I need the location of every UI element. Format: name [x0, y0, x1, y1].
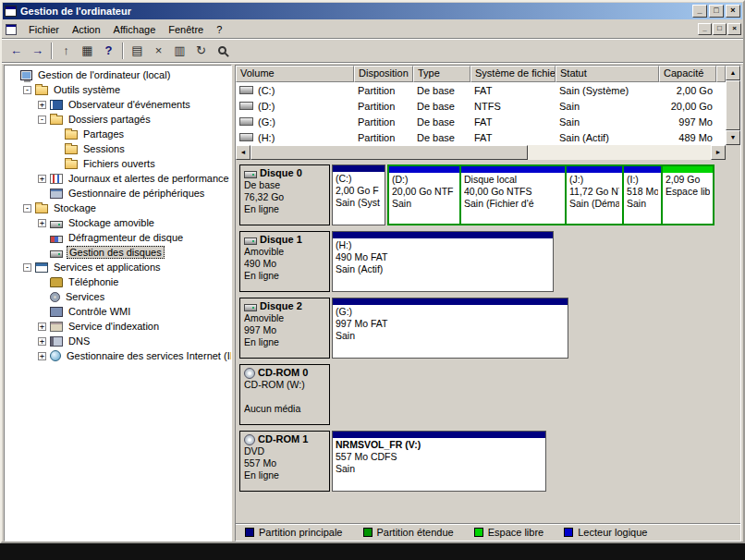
export-list-icon[interactable]: ▤: [127, 41, 148, 61]
volume-name: (G:): [258, 116, 275, 128]
disk-0-info[interactable]: Disque 0 De base 76,32 Go En ligne: [239, 164, 330, 225]
column-header-type[interactable]: Type: [413, 66, 470, 82]
column-header-capacity[interactable]: Capacité: [659, 66, 716, 82]
vertical-scroll-thumb[interactable]: [726, 80, 740, 130]
partition-d[interactable]: (D:) 20,00 Go NTF Sain: [389, 166, 459, 224]
horizontal-scrollbar[interactable]: ◄ ►: [236, 145, 740, 160]
expander-icon[interactable]: -: [23, 86, 31, 94]
menu-fenetre[interactable]: Fenêtre: [162, 22, 210, 37]
tree-item-partages[interactable]: Partages: [5, 127, 231, 141]
partition-h[interactable]: (H:) 490 Mo FAT Sain (Actif): [332, 231, 554, 292]
up-one-level-icon[interactable]: ↑: [55, 41, 77, 61]
partition-g[interactable]: (G:) 997 Mo FAT Sain: [332, 298, 568, 359]
tree-item-label: Service d'indexation: [67, 321, 161, 332]
tree-item-gestionnaire-peripheriques[interactable]: Gestionnaire de périphériques: [5, 186, 231, 201]
legend-label: Lecteur logique: [578, 527, 647, 538]
expander-icon[interactable]: +: [38, 352, 46, 360]
mdi-restore-button[interactable]: □: [713, 23, 727, 35]
scroll-left-icon[interactable]: ◄: [236, 145, 250, 160]
tree-item-defragmenteur[interactable]: Défragmenteur de disque: [5, 230, 231, 245]
scroll-up-icon[interactable]: ▲: [726, 66, 740, 80]
menu-affichage[interactable]: Affichage: [107, 22, 163, 37]
help-icon[interactable]: ?: [98, 41, 119, 61]
expander-icon[interactable]: +: [38, 101, 46, 109]
menu-action[interactable]: Action: [66, 22, 107, 37]
scroll-right-icon[interactable]: ►: [711, 145, 726, 160]
expander-icon[interactable]: -: [38, 116, 46, 124]
show-hide-tree-icon[interactable]: ▦: [77, 41, 98, 61]
properties-icon[interactable]: ▥: [169, 41, 190, 61]
volume-row-g[interactable]: (G:) Partition De base FAT Sain 997 Mo: [236, 114, 726, 129]
disk-1-info[interactable]: Disque 1 Amovible 490 Mo En ligne: [239, 231, 330, 292]
menu-aide[interactable]: ?: [210, 22, 228, 37]
disk-2-info[interactable]: Disque 2 Amovible 997 Mo En ligne: [239, 298, 330, 359]
free-space-segment[interactable]: 2,09 Go Espace lib: [663, 166, 713, 224]
tree-item-service-indexation[interactable]: +Service d'indexation: [5, 319, 231, 334]
expander-icon[interactable]: +: [38, 219, 46, 227]
folder-icon: [65, 145, 78, 154]
tree-item-journaux-performance[interactable]: +Journaux et alertes de performance: [5, 171, 231, 186]
refresh-icon[interactable]: ↻: [190, 41, 212, 61]
minimize-button[interactable]: _: [692, 5, 707, 18]
tree-item-stockage[interactable]: -Stockage: [5, 201, 231, 215]
delete-icon[interactable]: ×: [148, 41, 169, 61]
partition-disque-local[interactable]: Disque local 40,00 Go NTFS Sain (Fichier…: [461, 166, 565, 224]
volume-row-h[interactable]: (H:) Partition De base FAT Sain (Actif) …: [236, 129, 726, 145]
maximize-button[interactable]: □: [709, 5, 724, 18]
mdi-close-button[interactable]: ×: [727, 23, 741, 35]
tree-item-outils-systeme[interactable]: -Outils système: [5, 82, 231, 97]
volume-capacity: 997 Mo: [659, 114, 716, 129]
disk-size: [244, 391, 325, 403]
tree-item-services[interactable]: Services: [5, 289, 231, 304]
volume-row-c[interactable]: (C:) Partition De base FAT Sain (Système…: [236, 82, 726, 98]
tree-item-fichiers-ouverts[interactable]: Fichiers ouverts: [5, 156, 231, 171]
partition-i[interactable]: (I:) 518 Mo Sain: [624, 166, 661, 224]
tree-item-iis[interactable]: +Gestionnaire des services Internet (IIS…: [5, 348, 231, 363]
partition-j[interactable]: (J:) 11,72 Go NTF Sain (Démarr: [567, 166, 622, 224]
mdi-minimize-button[interactable]: _: [698, 23, 712, 35]
cdrom-1-info[interactable]: CD-ROM 1 DVD 557 Mo En ligne: [239, 431, 330, 492]
volume-nrmsvol[interactable]: NRMSVOL_FR (V:) 557 Mo CDFS Sain: [332, 431, 546, 492]
tree-item-observateur-evenements[interactable]: +Observateur d'événements: [5, 97, 231, 112]
horizontal-scroll-thumb[interactable]: [250, 145, 528, 160]
volume-disposition: Partition: [354, 129, 413, 145]
menu-fichier[interactable]: Fichier: [22, 22, 66, 37]
cdrom-0-info[interactable]: CD-ROM 0 CD-ROM (W:) Aucun média: [239, 364, 330, 425]
horizontal-scroll-track[interactable]: [528, 145, 711, 160]
expander-icon[interactable]: +: [38, 337, 46, 346]
column-header-disposition[interactable]: Disposition: [354, 66, 413, 82]
drive-icon: [239, 133, 253, 141]
tree-item-label: Gestion des disques: [67, 246, 165, 259]
tree-item-controle-wmi[interactable]: Contrôle WMI: [5, 304, 231, 319]
volume-row-d[interactable]: (D:) Partition De base NTFS Sain 20,00 G…: [236, 98, 726, 114]
tree-item-stockage-amovible[interactable]: +Stockage amovible: [5, 215, 231, 230]
tree-item-telephonie[interactable]: Téléphonie: [5, 274, 231, 289]
close-button[interactable]: ×: [726, 5, 740, 18]
volume-list: Volume Disposition Type Système de fichi…: [236, 66, 740, 145]
drive-icon: [239, 102, 253, 110]
iis-icon: [50, 350, 61, 361]
forward-icon[interactable]: →: [27, 41, 48, 61]
partition-c[interactable]: (C:) 2,00 Go F Sain (Syst: [332, 164, 385, 225]
column-header-status[interactable]: Statut: [556, 66, 659, 82]
tree-item-dns[interactable]: +DNS: [5, 334, 231, 348]
tree-item-label: Défragmenteur de disque: [67, 232, 185, 243]
tree-item-dossiers-partages[interactable]: -Dossiers partagés: [5, 112, 231, 127]
expander-icon[interactable]: +: [38, 175, 46, 183]
title-bar[interactable]: Gestion de l'ordinateur _ □ ×: [3, 3, 742, 19]
vertical-scrollbar[interactable]: ▲ ▼: [726, 66, 740, 145]
scroll-down-icon[interactable]: ▼: [726, 130, 740, 145]
tree-item-sessions[interactable]: Sessions: [5, 141, 231, 156]
tree-item-gestion-des-disques[interactable]: Gestion des disques: [5, 245, 231, 260]
disk-type: Amovible: [244, 312, 325, 324]
find-icon[interactable]: [212, 41, 233, 61]
expander-icon[interactable]: +: [38, 323, 46, 331]
partition-status: Sain (Démarr: [569, 198, 619, 210]
tree-item-services-applications[interactable]: -Services et applications: [5, 260, 231, 274]
back-icon[interactable]: ←: [6, 41, 27, 61]
expander-icon[interactable]: -: [23, 204, 31, 213]
column-header-volume[interactable]: Volume: [236, 66, 354, 82]
column-header-filesystem[interactable]: Système de fichiers: [470, 66, 556, 82]
expander-icon[interactable]: -: [23, 263, 31, 272]
tree-item-computer-management[interactable]: Gestion de l'ordinateur (local): [5, 67, 231, 82]
